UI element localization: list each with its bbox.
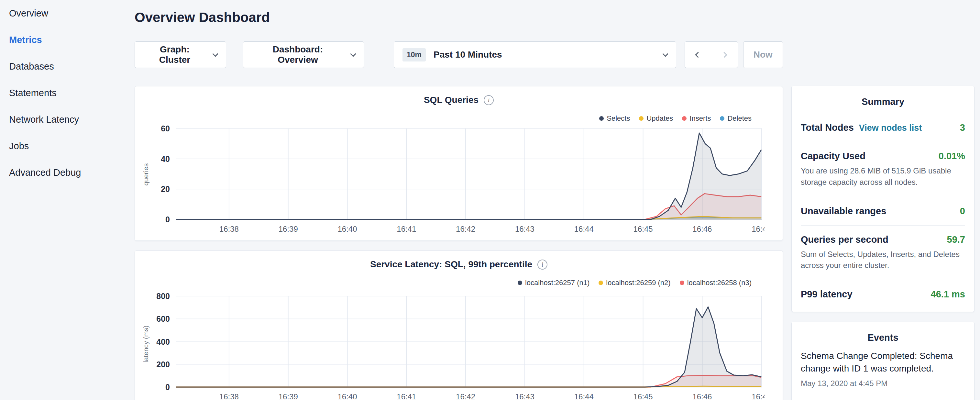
chevron-left-icon <box>695 52 701 57</box>
legend-item-n1[interactable]: localhost:26257 (n1) <box>518 279 590 287</box>
sidebar-item-statements[interactable]: Statements <box>0 80 123 106</box>
now-button-label: Now <box>754 49 773 60</box>
svg-text:0: 0 <box>165 215 170 224</box>
summary-row-value: 46.1 ms <box>931 289 965 300</box>
svg-text:40: 40 <box>161 155 170 163</box>
svg-text:16:45: 16:45 <box>633 392 653 400</box>
time-range-label: Past 10 Minutes <box>434 49 502 60</box>
svg-text:16:44: 16:44 <box>574 392 594 400</box>
svg-text:800: 800 <box>156 292 170 301</box>
sidebar-item-databases[interactable]: Databases <box>0 53 123 80</box>
right-column: Summary Total Nodes View nodes list 3 Ca… <box>791 86 975 400</box>
svg-text:16:41: 16:41 <box>397 392 416 400</box>
sidebar-item-jobs[interactable]: Jobs <box>0 133 123 159</box>
info-icon[interactable]: i <box>538 260 547 269</box>
legend-item-n3[interactable]: localhost:26258 (n3) <box>680 279 752 287</box>
legend-dot-icon <box>720 116 724 121</box>
svg-text:16:43: 16:43 <box>515 392 535 400</box>
time-range-dropdown[interactable]: 10m Past 10 Minutes <box>394 41 676 68</box>
chevron-down-icon <box>662 51 668 57</box>
service-latency-plot[interactable]: 020040060080016:3816:3916:4016:4116:4216… <box>148 292 765 400</box>
legend-label: Selects <box>607 114 630 123</box>
legend-dot-icon <box>598 280 603 285</box>
sidebar-item-advanced-debug[interactable]: Advanced Debug <box>0 159 123 186</box>
summary-row-p99-latency: P99 latency 46.1 ms <box>801 280 965 308</box>
chart-legend: Selects Updates Inserts Deletes <box>599 114 752 123</box>
summary-title: Summary <box>801 96 965 107</box>
sql-queries-chart-card: SQL Queries i Selects Updates Inserts De… <box>135 86 783 241</box>
dashboard-dropdown-label: Dashboard: Overview <box>252 44 344 65</box>
sidebar-item-network-latency[interactable]: Network Latency <box>0 106 123 133</box>
info-icon[interactable]: i <box>484 95 494 105</box>
toolbar: Graph: Cluster Dashboard: Overview 10m P… <box>135 41 783 68</box>
legend-label: Inserts <box>689 114 711 123</box>
legend-dot-icon <box>518 280 522 285</box>
svg-text:16:38: 16:38 <box>220 392 239 400</box>
sidebar-item-overview[interactable]: Overview <box>0 0 123 27</box>
legend-label: Deletes <box>727 114 752 123</box>
service-latency-chart-card: Service Latency: SQL, 99th percentile i … <box>135 250 783 400</box>
summary-row-label: Queries per second <box>801 234 888 245</box>
legend-dot-icon <box>680 280 684 285</box>
svg-text:16:47: 16:47 <box>752 225 765 233</box>
legend-dot-icon <box>682 116 687 121</box>
summary-row-value: 0.01% <box>939 151 965 161</box>
svg-text:16:40: 16:40 <box>337 225 357 233</box>
summary-row-value: 3 <box>960 122 965 133</box>
svg-text:16:39: 16:39 <box>278 225 298 233</box>
summary-row-description: Sum of Selects, Updates, Inserts, and De… <box>801 249 965 271</box>
graph-dropdown[interactable]: Graph: Cluster <box>135 41 226 68</box>
page-title: Overview Dashboard <box>135 8 783 27</box>
chart-title: Service Latency: SQL, 99th percentile <box>370 259 532 269</box>
svg-text:16:46: 16:46 <box>692 225 712 233</box>
events-title: Events <box>801 332 965 343</box>
view-nodes-link[interactable]: View nodes list <box>859 123 922 133</box>
legend-item-selects[interactable]: Selects <box>599 114 630 123</box>
svg-text:16:38: 16:38 <box>220 225 239 233</box>
summary-row-value: 59.7 <box>947 234 965 245</box>
dashboard-dropdown[interactable]: Dashboard: Overview <box>243 41 364 68</box>
summary-row-description: You are using 28.6 MiB of 515.9 GiB usab… <box>801 166 965 188</box>
legend-label: localhost:26259 (n2) <box>606 279 670 287</box>
legend-item-updates[interactable]: Updates <box>639 114 673 123</box>
sidebar-item-metrics[interactable]: Metrics <box>0 27 123 53</box>
legend-item-deletes[interactable]: Deletes <box>720 114 752 123</box>
event-item: Schema Change Completed: Schema change w… <box>801 349 965 388</box>
legend-dot-icon <box>639 116 644 121</box>
svg-text:20: 20 <box>161 185 170 193</box>
summary-row-label: P99 latency <box>801 289 853 300</box>
legend-label: Updates <box>646 114 673 123</box>
legend-dot-icon <box>599 116 604 121</box>
main-content: Overview Dashboard Graph: Cluster Dashbo… <box>135 0 783 400</box>
legend-label: localhost:26258 (n3) <box>687 279 752 287</box>
svg-text:16:47: 16:47 <box>752 392 765 400</box>
summary-row-label: Capacity Used <box>801 151 865 161</box>
svg-text:16:43: 16:43 <box>515 225 535 233</box>
summary-row-label: Total Nodes <box>801 122 854 133</box>
summary-row-capacity-used: Capacity Used 0.01% You are using 28.6 M… <box>801 142 965 197</box>
summary-card: Summary Total Nodes View nodes list 3 Ca… <box>791 86 975 312</box>
summary-row-total-nodes: Total Nodes View nodes list 3 <box>801 113 965 142</box>
svg-text:16:42: 16:42 <box>456 392 475 400</box>
svg-text:16:45: 16:45 <box>633 225 653 233</box>
event-timestamp: May 13, 2020 at 4:45 PM <box>801 379 965 388</box>
chevron-right-icon <box>721 52 727 57</box>
svg-text:16:41: 16:41 <box>397 225 416 233</box>
svg-text:16:46: 16:46 <box>692 392 712 400</box>
legend-item-inserts[interactable]: Inserts <box>682 114 711 123</box>
legend-item-n2[interactable]: localhost:26259 (n2) <box>598 279 670 287</box>
sql-queries-plot[interactable]: 020406016:3816:3916:4016:4116:4216:4316:… <box>148 124 765 236</box>
summary-row-label: Unavailable ranges <box>801 206 886 217</box>
summary-row-unavailable-ranges: Unavailable ranges 0 <box>801 197 965 225</box>
svg-text:0: 0 <box>165 382 170 392</box>
svg-text:16:42: 16:42 <box>456 225 475 233</box>
svg-text:16:40: 16:40 <box>337 392 357 400</box>
chevron-down-icon <box>212 51 218 57</box>
now-button[interactable]: Now <box>743 41 783 68</box>
chart-title: SQL Queries <box>424 95 479 105</box>
sidebar: Overview Metrics Databases Statements Ne… <box>0 0 123 186</box>
summary-row-value: 0 <box>960 206 965 217</box>
svg-text:200: 200 <box>156 360 170 369</box>
time-back-button[interactable] <box>685 41 711 68</box>
time-forward-button[interactable] <box>711 41 738 68</box>
